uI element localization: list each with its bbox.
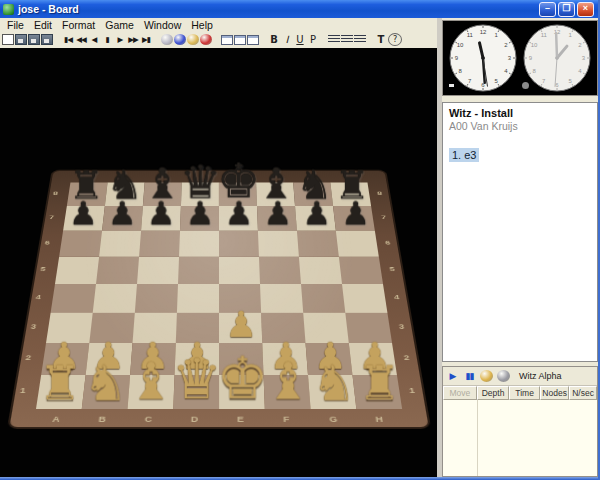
open-icon[interactable]	[15, 34, 27, 45]
square-c7[interactable]: ♟	[141, 206, 181, 231]
square-e1[interactable]: ♚	[219, 375, 265, 409]
next-move-icon[interactable]: ▶	[114, 33, 126, 46]
vertical-splitter[interactable]	[437, 18, 442, 477]
title-bar[interactable]: jose - Board – ❐ ×	[0, 0, 598, 18]
piece-white-king-e1[interactable]: ♚	[215, 351, 267, 406]
align-left-icon[interactable]	[328, 35, 340, 44]
piece-white-knight-g1[interactable]: ♞	[311, 360, 355, 407]
square-d6[interactable]	[179, 231, 219, 257]
stop-icon[interactable]	[200, 34, 212, 45]
square-e3[interactable]: ♟	[219, 313, 262, 343]
square-b6[interactable]	[99, 231, 141, 257]
square-f1[interactable]: ♝	[263, 375, 310, 409]
notation-panel-icon[interactable]	[234, 35, 246, 45]
piece-black-pawn-e7[interactable]: ♟	[223, 198, 252, 229]
square-c6[interactable]	[139, 231, 180, 257]
square-c4[interactable]	[134, 284, 177, 313]
pause-icon[interactable]: ▮	[101, 33, 113, 46]
underline-icon[interactable]: U	[294, 33, 306, 46]
piece-black-pawn-h7[interactable]: ♟	[340, 198, 369, 229]
fast-forward-icon[interactable]: ▶▶	[127, 33, 139, 46]
square-a5[interactable]	[55, 257, 99, 284]
menu-item-file[interactable]: File	[2, 19, 29, 31]
board-panel-icon[interactable]	[221, 35, 233, 45]
align-right-icon[interactable]	[354, 35, 366, 44]
piece-black-pawn-f7[interactable]: ♟	[262, 198, 291, 229]
square-b5[interactable]	[96, 257, 139, 284]
piece-white-queen-d1[interactable]: ♛	[171, 353, 221, 406]
square-c5[interactable]	[137, 257, 179, 284]
font-size-icon[interactable]: T	[375, 33, 387, 46]
menu-item-edit[interactable]: Edit	[29, 19, 57, 31]
square-d4[interactable]	[176, 284, 218, 313]
engine-analyze-button[interactable]	[480, 370, 493, 382]
piece-black-pawn-d7[interactable]: ♟	[185, 198, 214, 229]
square-h7[interactable]: ♟	[333, 206, 375, 231]
hint-icon[interactable]	[161, 34, 173, 45]
menu-item-format[interactable]: Format	[57, 19, 100, 31]
notation-panel[interactable]: Witz - Install A00 Van Kruijs 1. e3	[442, 102, 598, 362]
save-as-icon[interactable]	[41, 34, 53, 45]
square-f4[interactable]	[260, 284, 303, 313]
square-a4[interactable]	[50, 284, 95, 313]
square-g7[interactable]: ♟	[295, 206, 336, 231]
piece-white-bishop-c1[interactable]: ♝	[127, 358, 173, 407]
minimize-button[interactable]: –	[539, 2, 556, 17]
square-h6[interactable]	[335, 231, 378, 257]
square-b1[interactable]: ♞	[81, 375, 129, 409]
save-icon[interactable]	[28, 34, 40, 45]
plain-text-icon[interactable]: P	[307, 33, 319, 46]
engine-pause-button[interactable]: ▮▮	[463, 369, 476, 383]
fast-backward-icon[interactable]: ◀◀	[75, 33, 87, 46]
square-b7[interactable]: ♟	[102, 206, 143, 231]
menu-item-window[interactable]: Window	[139, 19, 186, 31]
piece-black-pawn-a7[interactable]: ♟	[68, 198, 97, 229]
close-button[interactable]: ×	[577, 2, 594, 17]
square-a7[interactable]: ♟	[63, 206, 105, 231]
piece-white-knight-b1[interactable]: ♞	[82, 360, 126, 407]
previous-move-icon[interactable]: ◀	[88, 33, 100, 46]
piece-white-pawn-e3[interactable]: ♟	[224, 307, 256, 341]
square-d1[interactable]: ♛	[173, 375, 219, 409]
square-g1[interactable]: ♞	[307, 375, 355, 409]
square-f5[interactable]	[258, 257, 300, 284]
engine-panel-icon[interactable]	[247, 35, 259, 45]
maximize-button[interactable]: ❐	[558, 2, 575, 17]
last-move-icon[interactable]: ▶▮	[140, 33, 152, 46]
engine-move-icon[interactable]	[174, 34, 186, 45]
new-document-icon[interactable]	[2, 34, 14, 45]
square-g4[interactable]	[301, 284, 345, 313]
square-f7[interactable]: ♟	[257, 206, 297, 231]
engine-go-button[interactable]: ▶	[446, 369, 459, 383]
square-d7[interactable]: ♟	[180, 206, 219, 231]
square-e5[interactable]	[219, 257, 260, 284]
piece-black-pawn-c7[interactable]: ♟	[146, 198, 175, 229]
move-1e3[interactable]: 1. e3	[449, 148, 479, 162]
menu-item-help[interactable]: Help	[186, 19, 218, 31]
square-g6[interactable]	[296, 231, 338, 257]
engine-settings-button[interactable]	[497, 370, 510, 382]
board-grid[interactable]: ♜♞♝♛♚♝♞♜♟♟♟♟♟♟♟♟♟♟♟♟♟♟♟♟♜♞♝♛♚♝♞♜	[35, 183, 401, 409]
square-h5[interactable]	[338, 257, 382, 284]
square-e7[interactable]: ♟	[219, 206, 258, 231]
square-f6[interactable]	[257, 231, 298, 257]
bold-icon[interactable]: B	[268, 33, 280, 46]
square-b4[interactable]	[92, 284, 136, 313]
menu-item-game[interactable]: Game	[100, 19, 139, 31]
square-a6[interactable]	[59, 231, 102, 257]
square-c1[interactable]: ♝	[127, 375, 174, 409]
piece-white-rook-h1[interactable]: ♜	[357, 362, 399, 406]
analyze-icon[interactable]	[187, 34, 199, 45]
square-g5[interactable]	[298, 257, 341, 284]
square-h1[interactable]: ♜	[352, 375, 402, 409]
help-icon[interactable]: ?	[388, 33, 402, 46]
align-center-icon[interactable]	[341, 35, 353, 44]
square-a1[interactable]: ♜	[35, 375, 85, 409]
square-d5[interactable]	[178, 257, 219, 284]
piece-black-pawn-g7[interactable]: ♟	[301, 198, 330, 229]
square-h4[interactable]	[342, 284, 387, 313]
italic-icon[interactable]: I	[281, 33, 293, 46]
piece-white-bishop-f1[interactable]: ♝	[264, 358, 310, 407]
piece-white-rook-a1[interactable]: ♜	[38, 362, 80, 406]
square-e6[interactable]	[219, 231, 259, 257]
